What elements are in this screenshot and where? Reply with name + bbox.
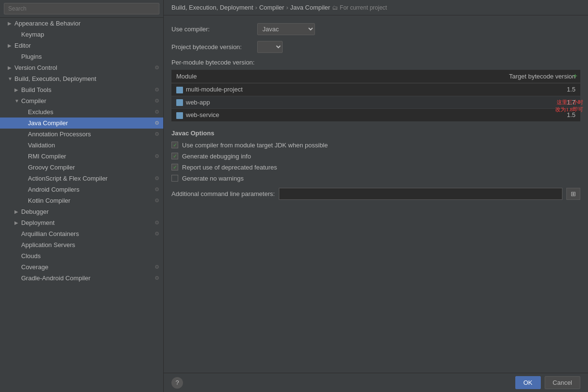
content-body: Use compiler: Javac Eclipse Ajc Project … [164,15,588,373]
settings-icon: ⚙ [155,186,159,193]
settings-icon: ⚙ [155,65,159,71]
use-compiler-row: Use compiler: Javac Eclipse Ajc [171,23,580,35]
expand-arrow: ▶ [8,21,14,26]
option-row: Report use of deprecated features [171,164,580,171]
sidebar-item-label: Plugins [21,53,159,60]
sidebar-item-build-execution[interactable]: ▼ Build, Execution, Deployment [0,73,163,84]
sidebar-item-editor[interactable]: ▶ Editor [0,40,163,51]
option-label-no-warnings: Generate no warnings [182,175,244,182]
sidebar-item-groovy[interactable]: ▶ Groovy Compiler [0,162,163,173]
table-header-row: Module Target bytecode version [171,70,580,83]
breadcrumb-note-text: For current project [340,4,387,11]
expand-arrow: ▶ [14,220,21,225]
sidebar-item-label: Editor [14,42,159,49]
sidebar-item-annotation[interactable]: ▶ Annotation Processors ⚙ [0,129,163,140]
search-input[interactable] [4,3,159,14]
sidebar-item-java-compiler[interactable]: ▶ Java Compiler ⚙ [0,118,163,129]
sidebar-item-deployment[interactable]: ▶ Deployment ⚙ [0,217,163,228]
option-label-deprecated: Report use of deprecated features [182,164,277,171]
breadcrumb-note: 🗂 For current project [332,4,387,11]
expand-arrow: ▼ [14,98,21,104]
breadcrumb-part-3: Java Compiler [290,4,330,11]
checkbox-deprecated[interactable] [171,164,178,170]
cmdline-row: Additional command line parameters: ⊞ [171,188,580,200]
option-row: Generate debugging info [171,153,580,160]
module-version: 1.5 [376,83,580,96]
sidebar-item-plugins[interactable]: ▶ Plugins [0,51,163,62]
bottom-bar: ? OK Cancel [164,373,588,392]
breadcrumb-sep-2: › [286,4,288,11]
sidebar-item-build-tools[interactable]: ▶ Build Tools ⚙ [0,84,163,95]
sidebar-item-android[interactable]: ▶ Android Compilers ⚙ [0,184,163,195]
table-row: web-app1.7 [171,96,580,109]
sidebar-item-label: Android Compilers [28,186,155,193]
sidebar-nav: ▶ Appearance & Behavior ▶ Keymap ▶ Edito… [0,18,163,392]
sidebar-item-version-control[interactable]: ▶ Version Control ⚙ [0,62,163,73]
cancel-button[interactable]: Cancel [545,376,580,389]
breadcrumb-part-2: Compiler [259,4,284,11]
option-label-debug-info: Generate debugging info [182,153,251,160]
sidebar-item-arquillian[interactable]: ▶ Arquillian Containers ⚙ [0,228,163,239]
options-list: Use compiler from module target JDK when… [171,142,580,182]
ok-button[interactable]: OK [515,376,541,389]
sidebar-item-kotlin[interactable]: ▶ Kotlin Compiler ⚙ [0,195,163,206]
expand-arrow: ▶ [8,65,14,70]
settings-icon: ⚙ [155,87,159,93]
sidebar-item-clouds[interactable]: ▶ Clouds [0,250,163,261]
option-row: Generate no warnings [171,175,580,182]
col-module: Module [171,70,376,83]
sidebar-item-label: Validation [28,142,159,149]
cmdline-expand-button[interactable]: ⊞ [566,188,580,200]
sidebar-item-coverage[interactable]: ▶ Coverage ⚙ [0,261,163,273]
sidebar: ▶ Appearance & Behavior ▶ Keymap ▶ Edito… [0,0,164,392]
expand-arrow: ▶ [8,43,14,48]
sidebar-item-appearance[interactable]: ▶ Appearance & Behavior [0,18,163,29]
checkbox-use-compiler[interactable] [171,142,178,148]
module-name: multi-module-project [171,83,376,96]
sidebar-item-actionscript[interactable]: ▶ ActionScript & Flex Compiler ⚙ [0,173,163,184]
javac-options-title: Javac Options [171,130,580,137]
sidebar-item-gradle-android[interactable]: ▶ Gradle-Android Compiler ⚙ [0,273,163,284]
option-label-use-compiler: Use compiler from module target JDK when… [182,142,328,149]
sidebar-item-compiler[interactable]: ▼ Compiler ⚙ [0,95,163,106]
bytecode-version-select[interactable]: 1.5 1.6 1.7 1.8 [257,41,283,53]
breadcrumb-sep-1: › [255,4,257,11]
sidebar-item-excludes[interactable]: ▶ Excludes ⚙ [0,106,163,118]
cmdline-label: Additional command line parameters: [171,190,275,197]
sidebar-item-label: Kotlin Compiler [28,197,155,204]
project-bytecode-row: Project bytecode version: 1.5 1.6 1.7 1.… [171,41,580,53]
sidebar-item-label: RMI Compiler [28,153,155,160]
checkbox-no-warnings[interactable] [171,175,178,182]
sidebar-item-validation[interactable]: ▶ Validation [0,140,163,151]
add-module-button[interactable]: + [570,70,580,82]
sidebar-item-label: Annotation Processors [28,131,155,138]
expand-arrow: ▶ [14,209,21,214]
sidebar-item-label: Excludes [28,108,155,116]
compiler-select[interactable]: Javac Eclipse Ajc [257,23,315,35]
sidebar-item-label: Build Tools [21,86,155,93]
cmdline-input[interactable] [279,188,562,200]
sidebar-item-label: Groovy Compiler [28,164,159,171]
table-row: multi-module-project1.5 [171,83,580,96]
breadcrumb-part-1: Build, Execution, Deployment [171,4,253,11]
settings-icon: ⚙ [155,197,159,204]
settings-icon: ⚙ [155,120,159,126]
module-table: Module Target bytecode version multi-mod… [171,70,580,122]
sidebar-item-label: Version Control [14,64,155,71]
module-name: web-service [171,109,376,122]
module-icon [176,87,183,93]
checkbox-debug-info[interactable] [171,153,178,159]
sidebar-item-label: Coverage [21,263,155,271]
sidebar-item-label: Build, Execution, Deployment [14,75,159,82]
help-button[interactable]: ? [171,377,183,389]
settings-icon: ⚙ [155,220,159,226]
sidebar-item-keymap[interactable]: ▶ Keymap [0,29,163,40]
sidebar-item-label: Debugger [21,208,159,215]
breadcrumb: Build, Execution, Deployment › Compiler … [164,0,588,15]
sidebar-item-label: Gradle-Android Compiler [21,274,155,282]
sidebar-item-rmi[interactable]: ▶ RMI Compiler ⚙ [0,151,163,162]
settings-icon: ⚙ [155,131,159,137]
expand-arrow: ▼ [8,76,14,81]
sidebar-item-app-servers[interactable]: ▶ Application Servers [0,239,163,250]
sidebar-item-debugger[interactable]: ▶ Debugger [0,206,163,217]
